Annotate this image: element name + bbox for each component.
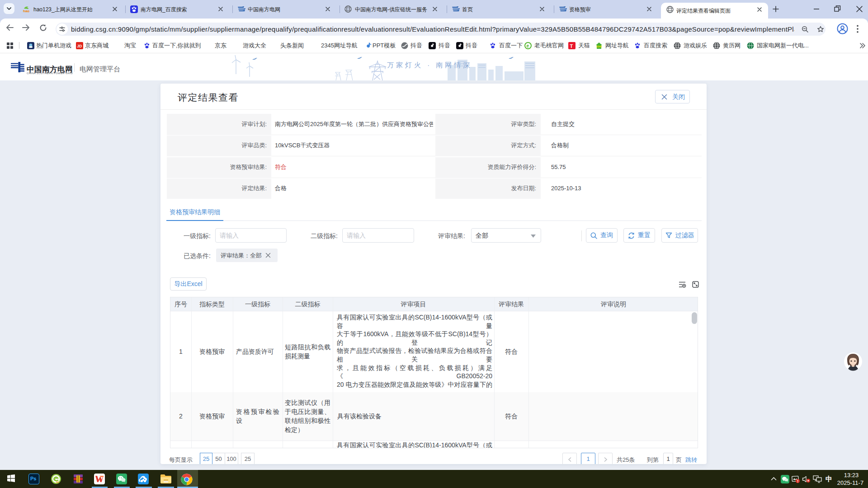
svg-text:hao: hao <box>23 9 29 13</box>
svg-text:T: T <box>570 43 573 49</box>
svg-text:AI: AI <box>56 481 59 483</box>
svg-text:e: e <box>527 43 529 48</box>
svg-text:JD: JD <box>77 44 82 48</box>
svg-text:2345: 2345 <box>597 45 602 48</box>
